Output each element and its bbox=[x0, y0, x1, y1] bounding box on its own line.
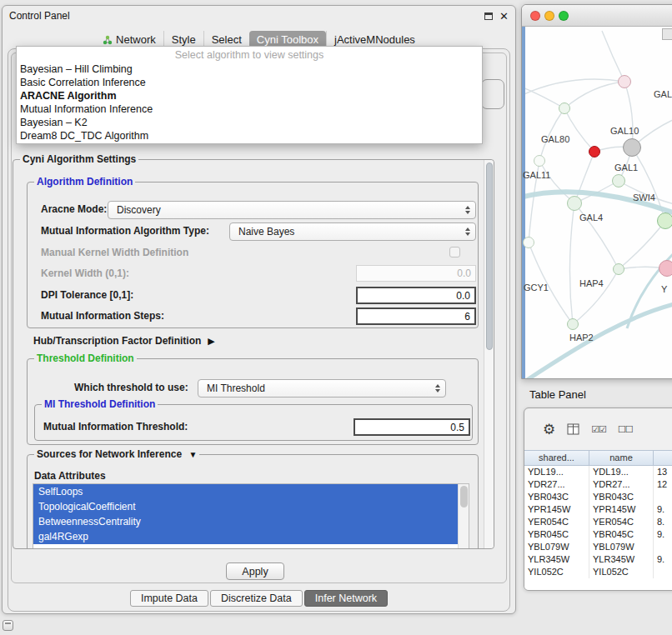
table-panel-window: ⚙ ☑☑ ☐☐ shared... name YDL19...YDL19...1… bbox=[524, 408, 672, 591]
dropdown-item-selected[interactable]: ARACNE Algorithm bbox=[17, 89, 482, 102]
network-node[interactable] bbox=[612, 174, 625, 188]
mi-algorithm-type-value: Naive Bayes bbox=[238, 226, 294, 238]
close-icon[interactable]: ✕ bbox=[499, 11, 509, 22]
table-row[interactable]: YER054CYER054C8. bbox=[524, 516, 672, 528]
cell: YBR043C bbox=[524, 491, 589, 503]
cell: 8. bbox=[654, 516, 672, 528]
network-window-titlebar bbox=[522, 5, 672, 27]
cell: YBL079W bbox=[589, 541, 654, 553]
node-label: GAL4 bbox=[579, 212, 603, 222]
node-label: HAP4 bbox=[579, 278, 604, 288]
table-body: YDL19...YDL19...13 YDR27...YDR27...12 YB… bbox=[524, 466, 672, 590]
node-label: GAL10 bbox=[610, 126, 639, 136]
network-node[interactable] bbox=[523, 237, 534, 248]
network-node-gray[interactable] bbox=[623, 138, 641, 157]
cell: 9. bbox=[654, 503, 672, 516]
list-item[interactable]: gal4RGexp bbox=[33, 529, 469, 544]
dropdown-item[interactable]: Bayesian – K2 bbox=[17, 116, 482, 129]
mi-algorithm-type-select[interactable]: Naive Bayes bbox=[229, 222, 476, 241]
cell: 13 bbox=[654, 466, 672, 478]
covered-groupbox-fragment bbox=[481, 79, 504, 109]
network-node-pink[interactable] bbox=[659, 260, 672, 277]
table-row[interactable]: YDR27...YDR27...12 bbox=[524, 478, 672, 491]
table-row[interactable]: YPR145WYPR145W9. bbox=[524, 503, 672, 516]
dropdown-item[interactable]: Dream8 DC_TDC Algorithm bbox=[17, 129, 482, 142]
list-scrollbar-thumb[interactable] bbox=[460, 486, 468, 508]
sources-group-title: Sources for Network Inference ▼ bbox=[34, 448, 199, 461]
cell bbox=[654, 491, 672, 503]
list-scrollbar[interactable] bbox=[458, 484, 469, 548]
zoom-traffic-light[interactable] bbox=[559, 11, 569, 21]
network-toolbar-button[interactable] bbox=[662, 28, 672, 40]
network-node[interactable] bbox=[618, 75, 631, 88]
list-item[interactable]: BetweennessCentrality bbox=[33, 514, 469, 529]
mi-steps-field[interactable]: 6 bbox=[356, 308, 476, 325]
dropdown-item[interactable]: Basic Correlation Inference bbox=[17, 76, 482, 89]
collapsed-arrow-icon: ▶ bbox=[208, 336, 214, 347]
tab-discretize-data[interactable]: Discretize Data bbox=[210, 590, 303, 607]
column-header[interactable]: name bbox=[589, 451, 654, 465]
apply-button[interactable]: Apply bbox=[226, 562, 284, 580]
table-row[interactable]: YIL052CYIL052C bbox=[524, 566, 672, 578]
control-panel-titlebar: Control Panel ✕ bbox=[3, 6, 515, 26]
select-all-icon[interactable]: ☑☑ bbox=[591, 424, 606, 435]
network-node[interactable] bbox=[534, 155, 545, 167]
mi-threshold-field[interactable]: 0.5 bbox=[354, 418, 470, 436]
cell: YLR345W bbox=[589, 553, 654, 566]
cell bbox=[654, 541, 672, 553]
cell: YDR27... bbox=[524, 478, 589, 491]
minimize-traffic-light[interactable] bbox=[544, 11, 554, 21]
which-threshold-select[interactable]: MI Threshold bbox=[198, 379, 446, 398]
network-canvas[interactable]: GAL80 GAL10 GAL11 GAL1 SWI4 GAL4 GCY1 HA… bbox=[522, 27, 672, 378]
column-header[interactable] bbox=[654, 451, 672, 465]
table-header: shared... name bbox=[524, 450, 672, 466]
cyni-algorithm-settings-group: Cyni Algorithm Settings Algorithm Defini… bbox=[13, 159, 494, 549]
data-attributes-list: SelfLoops TopologicalCoefficient Between… bbox=[33, 483, 469, 548]
settings-scrollbar-thumb[interactable] bbox=[486, 162, 493, 350]
gear-icon[interactable]: ⚙ bbox=[543, 422, 555, 437]
algorithm-definition-group: Algorithm Definition Aracne Mode: Discov… bbox=[27, 182, 479, 328]
kernel-width-field: 0.0 bbox=[356, 265, 476, 282]
cell: YBL079W bbox=[524, 541, 589, 553]
network-node[interactable] bbox=[567, 318, 579, 330]
cell: 9. bbox=[654, 528, 672, 541]
minimized-panel-icon[interactable] bbox=[3, 620, 13, 631]
dpi-tolerance-label: DPI Tolerance [0,1]: bbox=[41, 288, 133, 302]
network-node[interactable] bbox=[657, 212, 672, 229]
combo-stepper-icon bbox=[465, 228, 470, 236]
tab-infer-network[interactable]: Infer Network bbox=[304, 590, 388, 607]
hub-transcription-factor-toggle[interactable]: Hub/Transcription Factor Definition ▶ bbox=[33, 335, 215, 347]
columns-icon[interactable] bbox=[567, 423, 579, 435]
table-row[interactable]: YDL19...YDL19...13 bbox=[524, 466, 672, 478]
expanded-arrow-icon[interactable]: ▼ bbox=[188, 450, 197, 459]
column-header[interactable]: shared... bbox=[524, 451, 589, 465]
node-label: GAL1 bbox=[614, 162, 638, 172]
network-node[interactable] bbox=[567, 196, 582, 211]
table-row[interactable]: YBR045CYBR045C9. bbox=[524, 528, 672, 541]
settings-scrollbar[interactable] bbox=[484, 160, 494, 548]
dpi-tolerance-field[interactable]: 0.0 bbox=[356, 287, 476, 304]
node-label: SWI4 bbox=[633, 192, 655, 202]
aracne-mode-value: Discovery bbox=[117, 204, 161, 216]
mi-threshold-definition-group: MI Threshold Definition Mutual Informati… bbox=[34, 404, 473, 441]
network-node[interactable] bbox=[613, 263, 624, 275]
table-row[interactable]: YLR345WYLR345W9. bbox=[524, 553, 672, 566]
tab-label: Network bbox=[116, 33, 156, 46]
cell: YBR043C bbox=[589, 491, 654, 503]
list-item[interactable]: SelfLoops bbox=[33, 484, 469, 499]
dropdown-item[interactable]: Mutual Information Inference bbox=[17, 102, 482, 116]
dropdown-item[interactable]: Bayesian – Hill Climbing bbox=[17, 62, 482, 76]
close-traffic-light[interactable] bbox=[530, 11, 540, 21]
aracne-mode-select[interactable]: Discovery bbox=[108, 201, 476, 219]
tab-impute-data[interactable]: Impute Data bbox=[130, 590, 208, 607]
table-row[interactable]: YBL079WYBL079W bbox=[524, 541, 672, 553]
table-panel-title: Table Panel bbox=[529, 388, 586, 401]
which-threshold-label: Which threshold to use: bbox=[74, 381, 188, 394]
float-window-icon[interactable] bbox=[484, 12, 493, 20]
network-node[interactable] bbox=[559, 102, 570, 114]
node-label: GCY1 bbox=[524, 282, 549, 292]
network-node-red[interactable] bbox=[589, 146, 600, 158]
list-item[interactable]: TopologicalCoefficient bbox=[33, 499, 469, 514]
deselect-all-icon[interactable]: ☐☐ bbox=[618, 424, 633, 435]
table-row[interactable]: YBR043CYBR043C bbox=[524, 491, 672, 503]
